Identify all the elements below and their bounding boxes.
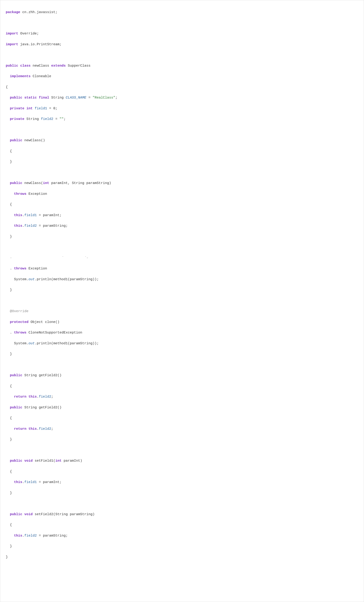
code-line: } — [6, 159, 358, 164]
code-line: implements Cloneable — [6, 74, 358, 79]
code-line — [6, 127, 358, 132]
code-line: { — [6, 384, 358, 389]
code-line: . throws Exception — [6, 266, 358, 271]
code-line: { — [6, 149, 358, 154]
code-line: } — [6, 544, 358, 549]
code-line: { — [6, 469, 358, 474]
code-line: } — [6, 234, 358, 239]
code-line: package cn.zhh.javassist; — [6, 10, 358, 15]
code-line: public newClass(int paramInt, String par… — [6, 181, 358, 186]
code-line: public void setField1(int paramInt) — [6, 458, 358, 463]
code-line: return this.field2; — [6, 426, 358, 431]
code-line: } — [6, 490, 358, 496]
code-line: { — [6, 85, 358, 90]
code-line: this.field1 = paramInt; — [6, 480, 358, 485]
code-line: System.out.println(method1(paramString))… — [6, 341, 358, 346]
code-line: return this.field2; — [6, 394, 358, 399]
code-line: } — [6, 287, 358, 293]
code-line: public String getField2() — [6, 405, 358, 410]
code-line: import java.io.PrintStream; — [6, 42, 358, 47]
code-line — [6, 170, 358, 175]
code-line — [6, 448, 358, 453]
code-line: - ` `- — [6, 255, 358, 261]
code-line: public newClass() — [6, 138, 358, 143]
code-line: { — [6, 202, 358, 207]
code-line: this.field1 = paramInt; — [6, 213, 358, 218]
code-line: private String field2 = ""; — [6, 117, 358, 122]
code-line: { — [6, 522, 358, 527]
code-line: public String getField2() — [6, 373, 358, 378]
code-line: protected Object clone() — [6, 320, 358, 325]
code-editor: package cn.zhh.javassist; import Overrid… — [0, 0, 364, 602]
code-line — [6, 52, 358, 58]
code-line: } — [6, 351, 358, 357]
code-line — [6, 501, 358, 506]
code-line: this.field2 = paramString; — [6, 533, 358, 538]
code-line: public static final String CLASS_NAME = … — [6, 95, 358, 100]
code-line — [6, 362, 358, 367]
code-line — [6, 298, 358, 303]
code-line: System.out.println(method1(paramString))… — [6, 277, 358, 282]
code-line: private int field1 = 0; — [6, 106, 358, 111]
code-line: this.field2 = paramString; — [6, 223, 358, 228]
code-line — [6, 21, 358, 26]
code-line: } — [6, 437, 358, 442]
code-line: { — [6, 416, 358, 421]
code-line: . throws CloneNotSupportedException — [6, 330, 358, 335]
code-line: import Override; — [6, 31, 358, 36]
code-line: public class newClass extends SupperClas… — [6, 63, 358, 68]
code-line: @Override — [6, 309, 358, 314]
code-line — [6, 245, 358, 250]
code-line: throws Exception — [6, 191, 358, 197]
code-line: } — [6, 554, 358, 560]
code-line: public void setField2(String paramString… — [6, 512, 358, 517]
